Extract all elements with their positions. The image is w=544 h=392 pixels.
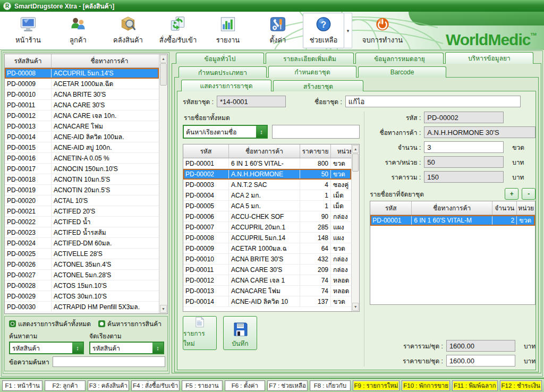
tab-general-info[interactable]: ข้อมูลทั่วไป — [176, 53, 264, 64]
table-row[interactable]: PD-00008ACCUPRIL 5มก.14148แผง — [183, 233, 351, 243]
remove-item-button[interactable]: - — [522, 188, 536, 200]
tab-drug-set[interactable]: กำหนดยาชุด — [268, 66, 356, 78]
table-row[interactable]: PD-00004ACA 2 มก.1เม็ด — [183, 190, 351, 201]
table-row[interactable]: PD-00023ACTIFED น้ำรสส้ม — [5, 227, 159, 238]
tab-expiry-info[interactable]: ข้อมูลการหมดอายุ — [355, 53, 444, 64]
table-row[interactable]: PD-000016 IN 1 60'S VITAL-800ขวด — [183, 158, 351, 169]
table-row[interactable]: PD-00022ACTIFED น้ำ — [5, 217, 159, 227]
toolbar-inventory-button[interactable]: คลังสินค้า — [103, 13, 153, 48]
drug-code-column-header[interactable]: รหัส — [183, 144, 229, 158]
sort-by-select[interactable]: รหัสสินค้า ↕ — [89, 342, 164, 354]
table-row[interactable]: PD-00021ACTIFED 20'S — [5, 206, 159, 217]
tab-drug-category[interactable]: กำหนดประเภทยา — [178, 66, 267, 78]
item-name-column-header[interactable]: ชื่อทางการค้า — [412, 201, 492, 215]
table-row[interactable]: PD-00012ACNA CARE เจล 174หลอด — [183, 275, 351, 286]
tab-show-drug-set-list[interactable]: แสดงรายการยาชุด — [181, 80, 271, 91]
all-drugs-scrollbar[interactable]: ▲ ▼ — [351, 144, 359, 311]
toolbar-help-button[interactable]: ? ช่วยเหลือ — [303, 13, 344, 48]
function-key-button[interactable]: F4 : สั่งซื้อ/รับเข้า — [131, 380, 180, 391]
table-row[interactable]: PD-00014ACNE-AID ลิควิด 10137ขวด — [183, 296, 351, 307]
table-row[interactable]: PD-00025ACTIVELLE 28'S — [5, 249, 159, 259]
function-key-button[interactable]: F6 : ตั้งค่า — [225, 380, 265, 391]
toolbar-exit-button[interactable]: จบการทำงาน — [358, 13, 407, 48]
toolbar-settings-button[interactable]: ตั้งค่า — [253, 13, 303, 48]
function-key-button[interactable]: F5 : รายงาน — [182, 380, 222, 391]
toolbar-reports-button[interactable]: รายงาน — [203, 13, 253, 48]
product-code-column-header[interactable]: รหัสสินค้า — [5, 54, 52, 67]
function-key-button[interactable]: F1 : หน้าร้าน — [2, 380, 42, 391]
table-row[interactable]: PD-00014ACNE-AID ลิควิด 100มล. — [5, 132, 159, 142]
drug-price-column-header[interactable]: ราคาขาย — [300, 144, 331, 158]
drug-name-column-header[interactable]: ชื่อทางการค้า — [229, 144, 300, 158]
function-key-button[interactable]: F10 : พักการขาย — [402, 380, 450, 391]
table-row[interactable]: PD-00011ACNA CARE 30'S — [5, 100, 159, 110]
table-row[interactable]: PD-00009ACETAR 1000มล.ฉีด — [5, 79, 159, 89]
search-text-input[interactable] — [53, 356, 165, 367]
table-row[interactable]: PD-00016ACNETIN-A 0.05 % — [5, 153, 159, 164]
function-key-button[interactable]: F8 : เกี่ยวกับ — [310, 380, 350, 391]
function-key-button[interactable]: F2: ลูกค้า — [45, 380, 85, 391]
table-row[interactable]: PD-00005ACA 5 มก.1เม็ด — [183, 201, 351, 211]
table-row[interactable]: PD-00009ACETAR 1000มล.ฉ64ขวด — [183, 243, 351, 254]
item-code-column-header[interactable]: รหัส — [370, 201, 412, 215]
combo-dropdown-icon[interactable]: ↕ — [152, 343, 163, 353]
scroll-down-icon[interactable]: ▼ — [352, 303, 359, 311]
tab-create-drug-set[interactable]: สร้างยาชุด — [273, 80, 363, 91]
tab-drug-data-management[interactable]: บริหารข้อมูลยา — [445, 52, 533, 64]
table-row[interactable]: PD-00026ACTONEL 35มก.4'S — [5, 259, 159, 270]
function-key-button[interactable]: F3 : คลังสินค้า — [88, 380, 129, 391]
table-row[interactable]: PD-00020ACTAL 10'S — [5, 195, 159, 206]
table-row[interactable]: PD-00027ACTONEL 5มก.28'S — [5, 270, 159, 280]
table-row[interactable]: PD-00013ACNACARE โฟม74หลอด — [183, 286, 351, 296]
table-row[interactable]: PD-00011ACNA CARE 30'S209กล่อง — [183, 265, 351, 275]
combo-dropdown-icon[interactable]: ↕ — [256, 126, 267, 138]
add-item-button[interactable]: + — [505, 188, 518, 200]
drug-search-input[interactable] — [272, 125, 360, 139]
table-row[interactable]: PD-00015ACNE-AID สบู่ 100ก. — [5, 142, 159, 153]
table-row[interactable]: PD-00029ACTOS 30มก.10'S — [5, 291, 159, 302]
new-entry-button[interactable]: รายการใหม่ — [183, 316, 217, 350]
table-row[interactable]: PD-00030ACTRAPID HM Penfill 5X3มล. — [5, 302, 159, 312]
table-row[interactable]: PD-00012ACNA CARE เจล 10ก. — [5, 110, 159, 121]
search-products-radio[interactable]: ค้นหารายการสินค้า — [98, 319, 162, 329]
function-key-button[interactable]: F7 : ช่วยเหลือ — [267, 380, 308, 391]
scroll-up-icon[interactable]: ▲ — [352, 145, 359, 153]
table-row[interactable]: PD-00007ACCUPRIL 20มก.1285แผง — [183, 222, 351, 233]
function-key-button[interactable]: F9 : รายการใหม่ — [353, 380, 400, 391]
toolbar-storefront-button[interactable]: หน้าร้าน — [3, 13, 53, 48]
search-by-select[interactable]: รหัสสินค้า ↕ — [9, 342, 84, 354]
toolbar-order-receive-button[interactable]: สั่งซื้อ/รับเข้า — [153, 13, 203, 48]
detail-qty-input[interactable] — [424, 141, 504, 153]
table-row[interactable]: PD-00024ACTIFED-DM 60มล. — [5, 238, 159, 249]
drug-search-sort-select[interactable]: ค้นหา/เรียงตามชื่อ ↕ — [183, 125, 268, 139]
product-name-column-header[interactable]: ชื่อทางการค้า — [52, 54, 167, 67]
show-all-products-radio[interactable]: แสดงรายการสินค้าทั้งหมด — [9, 319, 91, 329]
function-key-button[interactable]: F12 : ชำระเงิน — [500, 380, 542, 391]
table-row[interactable]: PD-00017ACNOCIN 150มก.10'S — [5, 164, 159, 174]
set-sell-input[interactable] — [446, 355, 515, 367]
toolbar-help-dropdown-arrow[interactable]: ▾ — [344, 13, 352, 48]
table-row[interactable]: PD-00008ACCUPRIL 5มก.14'S — [5, 68, 159, 79]
table-row[interactable]: PD-00019ACNOTIN 20มก.5'S — [5, 185, 159, 195]
save-button[interactable]: บันทึก — [223, 316, 257, 350]
scroll-up-icon[interactable]: ▲ — [160, 55, 167, 63]
table-row[interactable]: PD-00002A.N.H.HORMONE50ขวด — [183, 169, 351, 180]
toolbar-customers-button[interactable]: ลูกค้า — [53, 13, 103, 48]
table-row[interactable]: PD-00013ACNACARE โฟม — [5, 121, 159, 132]
product-list-scrollbar[interactable]: ▲ ▼ — [159, 54, 167, 313]
table-row[interactable]: PD-00028ACTOS 15มก.10'S — [5, 280, 159, 291]
item-unit-column-header[interactable]: หน่วย — [517, 201, 535, 215]
set-name-input[interactable] — [345, 96, 521, 107]
table-row[interactable]: PD-00018ACNOTIN 10มก.5'S — [5, 174, 159, 185]
tab-additional-details[interactable]: รายละเอียดเพิ่มเติม — [266, 53, 354, 64]
table-row[interactable]: PD-00003A.N.T.2 SAC4ซองคู่ — [183, 180, 351, 190]
table-row[interactable]: PD-000016 IN 1 60'S VITAL-M2ขวด — [370, 215, 535, 226]
scrollbar-thumb[interactable] — [160, 63, 167, 86]
table-row[interactable]: PD-00006ACCU-CHEK SOF90กล่อง — [183, 211, 351, 222]
table-row[interactable]: PD-00010ACNA BRITE 30'S — [5, 89, 159, 100]
scroll-down-icon[interactable]: ▼ — [160, 305, 167, 313]
tab-barcode[interactable]: Barcode — [358, 66, 446, 78]
scrollbar-thumb[interactable] — [352, 154, 359, 172]
item-qty-column-header[interactable]: จำนวน — [492, 201, 517, 215]
function-key-button[interactable]: F11 : พิมพ์ฉลาก — [452, 380, 498, 391]
